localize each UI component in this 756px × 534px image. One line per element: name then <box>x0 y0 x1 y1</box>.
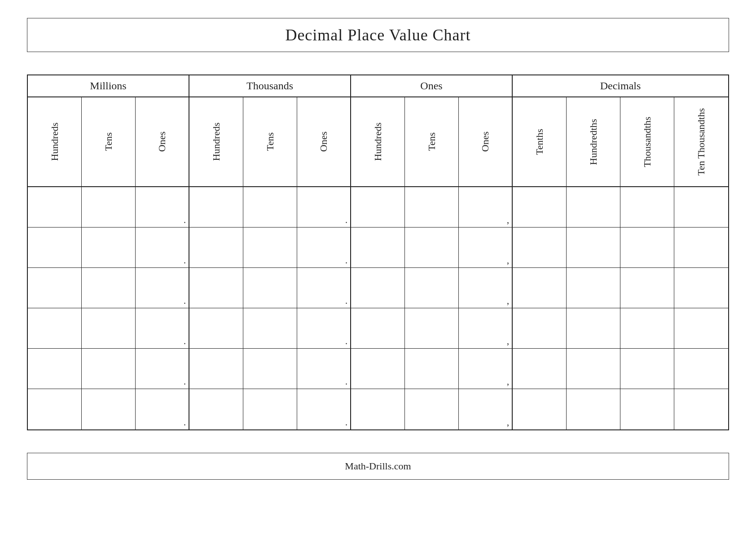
data-cell[interactable] <box>28 349 82 389</box>
data-cell[interactable] <box>243 228 297 267</box>
data-cell[interactable] <box>405 349 459 389</box>
data-cell[interactable] <box>243 349 297 389</box>
data-cell[interactable] <box>82 308 136 348</box>
data-cell[interactable] <box>513 389 567 429</box>
group-thousands: Thousands <box>189 75 351 96</box>
group-ones: Ones <box>351 75 513 96</box>
data-cell[interactable] <box>405 187 459 227</box>
data-cell[interactable] <box>243 389 297 429</box>
data-cell[interactable] <box>674 349 728 389</box>
table-row: . . , <box>28 389 728 429</box>
data-cell[interactable] <box>567 228 620 267</box>
group-header-row: Millions Thousands Ones Decimals <box>28 75 728 97</box>
data-cell[interactable] <box>351 308 405 348</box>
data-cell-sep-dot[interactable]: . <box>136 389 189 429</box>
data-cell[interactable] <box>351 349 405 389</box>
data-cell-sep-comma[interactable]: , <box>459 389 513 429</box>
data-cell[interactable] <box>243 268 297 308</box>
data-cell[interactable] <box>620 268 674 308</box>
data-cell[interactable] <box>513 187 567 227</box>
data-cell[interactable] <box>620 308 674 348</box>
data-cell[interactable] <box>620 349 674 389</box>
page-title: Decimal Place Value Chart <box>285 26 470 44</box>
data-cell-sep-comma[interactable]: , <box>459 349 513 389</box>
data-cell-sep-dot[interactable]: . <box>136 349 189 389</box>
data-cell[interactable] <box>28 268 82 308</box>
data-cell[interactable] <box>351 389 405 429</box>
data-cell[interactable] <box>82 389 136 429</box>
data-cell[interactable] <box>28 389 82 429</box>
data-cell-sep-dot[interactable]: . <box>297 228 351 267</box>
data-cell[interactable] <box>405 308 459 348</box>
col-thousandths: Thousandths <box>620 97 674 186</box>
data-cell[interactable] <box>351 228 405 267</box>
col-ten-thousandths: Ten Thousandths <box>674 97 728 186</box>
data-cell[interactable] <box>82 187 136 227</box>
data-cell[interactable] <box>674 308 728 348</box>
data-cell[interactable] <box>405 389 459 429</box>
data-cell-sep-dot[interactable]: . <box>297 268 351 308</box>
data-cell[interactable] <box>674 187 728 227</box>
place-value-chart: Millions Thousands Ones Decimals Hundred… <box>27 74 729 430</box>
data-cell-sep-dot[interactable]: . <box>297 389 351 429</box>
data-cell[interactable] <box>82 268 136 308</box>
col-hundredths: Hundredths <box>567 97 620 186</box>
data-cell[interactable] <box>82 228 136 267</box>
col-hundreds-thousands: Hundreds <box>189 97 243 186</box>
data-cell[interactable] <box>513 349 567 389</box>
data-cell-sep-dot[interactable]: . <box>297 308 351 348</box>
col-ones-millions: Ones <box>136 97 189 186</box>
data-cell[interactable] <box>405 228 459 267</box>
data-cell[interactable] <box>189 389 243 429</box>
col-tens-ones: Tens <box>405 97 459 186</box>
data-cell[interactable] <box>351 268 405 308</box>
data-cell[interactable] <box>674 389 728 429</box>
data-cell[interactable] <box>513 268 567 308</box>
data-cell[interactable] <box>405 268 459 308</box>
group-millions: Millions <box>28 75 189 96</box>
data-cell[interactable] <box>189 187 243 227</box>
data-cell-sep-comma[interactable]: , <box>459 228 513 267</box>
data-cell[interactable] <box>567 187 620 227</box>
data-cell[interactable] <box>28 308 82 348</box>
table-row: . . , <box>28 187 728 228</box>
data-cell[interactable] <box>189 228 243 267</box>
data-cell[interactable] <box>28 228 82 267</box>
footer-text: Math-Drills.com <box>345 460 411 472</box>
data-cell-sep-dot[interactable]: . <box>136 228 189 267</box>
data-cell[interactable] <box>351 187 405 227</box>
col-ones-thousands: Ones <box>297 97 351 186</box>
data-cell[interactable] <box>567 389 620 429</box>
data-cell[interactable] <box>674 268 728 308</box>
data-cell[interactable] <box>620 187 674 227</box>
col-tens-thousands: Tens <box>243 97 297 186</box>
data-cell[interactable] <box>567 268 620 308</box>
data-cell[interactable] <box>513 228 567 267</box>
data-cell-sep-comma[interactable]: , <box>459 268 513 308</box>
data-cell-sep-dot[interactable]: . <box>297 349 351 389</box>
data-cell[interactable] <box>243 308 297 348</box>
data-cell[interactable] <box>189 349 243 389</box>
data-cell[interactable] <box>567 349 620 389</box>
data-cell-sep-dot[interactable]: . <box>297 187 351 227</box>
data-cell[interactable] <box>82 349 136 389</box>
data-cell[interactable] <box>513 308 567 348</box>
col-hundreds-millions: Hundreds <box>28 97 82 186</box>
title-box: Decimal Place Value Chart <box>27 18 729 52</box>
col-hundreds-ones: Hundreds <box>351 97 405 186</box>
data-cell-sep-dot[interactable]: . <box>136 187 189 227</box>
data-cell-sep-comma[interactable]: , <box>459 187 513 227</box>
col-tens-millions: Tens <box>82 97 136 186</box>
data-cell[interactable] <box>567 308 620 348</box>
data-cell[interactable] <box>28 187 82 227</box>
data-cell-sep-comma[interactable]: , <box>459 308 513 348</box>
data-cell-sep-dot[interactable]: . <box>136 308 189 348</box>
data-cell[interactable] <box>674 228 728 267</box>
data-cell[interactable] <box>620 389 674 429</box>
data-cell-sep-dot[interactable]: . <box>136 268 189 308</box>
data-cell[interactable] <box>189 268 243 308</box>
table-row: . . , <box>28 228 728 268</box>
data-cell[interactable] <box>189 308 243 348</box>
data-cell[interactable] <box>243 187 297 227</box>
data-cell[interactable] <box>620 228 674 267</box>
